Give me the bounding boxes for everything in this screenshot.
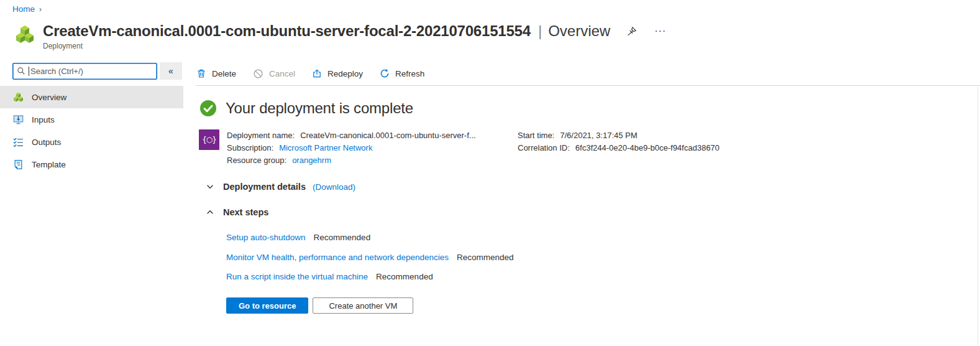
resource-type-label: Deployment xyxy=(43,42,669,50)
detail-start-time: Start time: 7/6/2021, 3:17:45 PM xyxy=(518,129,720,142)
sidebar-item-inputs[interactable]: Inputs xyxy=(0,108,183,131)
next-steps-section-toggle[interactable]: Next steps xyxy=(206,207,268,217)
page-section-title: Overview xyxy=(548,22,610,40)
subscription-link[interactable]: Microsoft Partner Network xyxy=(279,142,372,154)
sidebar-collapse-button[interactable]: « xyxy=(160,62,182,80)
sidebar-item-outputs[interactable]: Outputs xyxy=(0,131,183,153)
deployment-summary: {⬡} Deployment name: CreateVm-canonical.… xyxy=(199,129,476,167)
page-header: CreateVm-canonical.0001-com-ubuntu-serve… xyxy=(15,22,669,50)
refresh-icon xyxy=(380,68,390,78)
refresh-button[interactable]: Refresh xyxy=(380,68,424,78)
command-bar: Delete Cancel Redeploy Refresh xyxy=(196,62,424,85)
setup-auto-shutdown-link[interactable]: Setup auto-shutdown xyxy=(226,233,306,242)
create-another-vm-button[interactable]: Create another VM xyxy=(313,297,413,314)
action-buttons: Go to resource Create another VM xyxy=(226,297,413,314)
download-link[interactable]: (Download) xyxy=(313,182,355,192)
chevron-down-icon xyxy=(206,182,214,191)
deployment-details-section-toggle[interactable]: Deployment details (Download) xyxy=(206,182,355,192)
cancel-button: Cancel xyxy=(253,68,295,79)
deployment-status: Your deployment is complete xyxy=(199,100,413,117)
sidebar: « Overview Inputs Outputs xyxy=(0,60,183,175)
go-to-resource-button[interactable]: Go to resource xyxy=(226,297,308,314)
sidebar-nav: Overview Inputs Outputs Templ xyxy=(0,86,183,175)
outputs-icon xyxy=(13,137,24,147)
next-step-row: Run a script inside the virtual machine … xyxy=(226,272,433,281)
pane-right-border xyxy=(978,85,978,346)
search-icon xyxy=(17,67,25,75)
breadcrumb-separator-icon: › xyxy=(39,5,42,14)
start-time-value: 7/6/2021, 3:17:45 PM xyxy=(560,129,637,142)
deployment-name-value: CreateVm-canonical.0001-com-ubuntu-serve… xyxy=(300,129,476,142)
more-actions-icon[interactable]: ··· xyxy=(652,26,669,37)
cancel-slash-icon xyxy=(253,68,263,79)
detail-deployment-name: Deployment name: CreateVm-canonical.0001… xyxy=(227,129,476,142)
correlation-id-value: 6fc3f244-0e20-4be9-b0ce-f94fcad38670 xyxy=(575,142,720,154)
inputs-icon xyxy=(13,115,24,125)
sidebar-item-template[interactable]: Template xyxy=(0,153,183,175)
redeploy-icon xyxy=(312,68,322,78)
search-input[interactable] xyxy=(29,63,157,79)
detail-subscription: Subscription: Microsoft Partner Network xyxy=(227,142,476,154)
recommended-label: Recommended xyxy=(314,233,371,242)
breadcrumb-home-link[interactable]: Home xyxy=(12,4,35,14)
trash-icon xyxy=(196,68,206,78)
recommended-label: Recommended xyxy=(376,272,433,281)
title-separator: | xyxy=(538,22,542,40)
template-icon xyxy=(13,159,24,170)
overview-cubes-icon xyxy=(13,92,24,103)
resource-group-link[interactable]: orangehrm xyxy=(292,154,331,167)
search-box xyxy=(12,63,157,80)
chevron-up-icon xyxy=(206,208,214,217)
next-step-row: Monitor VM health, performance and netwo… xyxy=(226,253,514,262)
page-title: CreateVm-canonical.0001-com-ubuntu-serve… xyxy=(43,22,531,40)
deployment-cubes-icon xyxy=(15,25,35,45)
success-check-icon xyxy=(199,100,217,117)
next-step-row: Setup auto-shutdown Recommended xyxy=(226,233,370,242)
toolbar-divider xyxy=(196,85,980,86)
deployment-summary-right: Start time: 7/6/2021, 3:17:45 PM Correla… xyxy=(518,129,720,154)
detail-resource-group: Resource group: orangehrm xyxy=(227,154,476,167)
arm-template-icon: {⬡} xyxy=(199,129,219,150)
monitor-vm-health-link[interactable]: Monitor VM health, performance and netwo… xyxy=(226,253,449,262)
detail-correlation-id: Correlation ID: 6fc3f244-0e20-4be9-b0ce-… xyxy=(518,142,720,154)
status-title: Your deployment is complete xyxy=(226,100,413,117)
run-script-link[interactable]: Run a script inside the virtual machine xyxy=(226,272,368,281)
breadcrumb: Home › xyxy=(12,4,42,14)
delete-button[interactable]: Delete xyxy=(196,68,236,78)
redeploy-button[interactable]: Redeploy xyxy=(312,68,363,78)
recommended-label: Recommended xyxy=(457,253,514,262)
pin-icon[interactable] xyxy=(626,26,637,37)
sidebar-item-overview[interactable]: Overview xyxy=(0,86,183,108)
